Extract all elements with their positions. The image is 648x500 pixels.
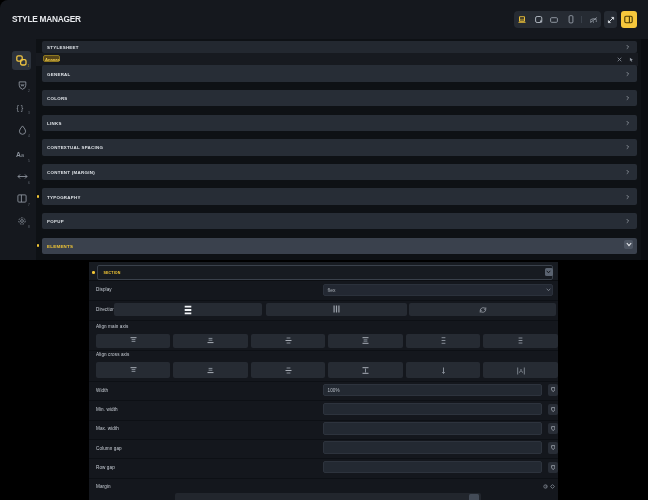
svg-text:A: A bbox=[519, 368, 523, 374]
